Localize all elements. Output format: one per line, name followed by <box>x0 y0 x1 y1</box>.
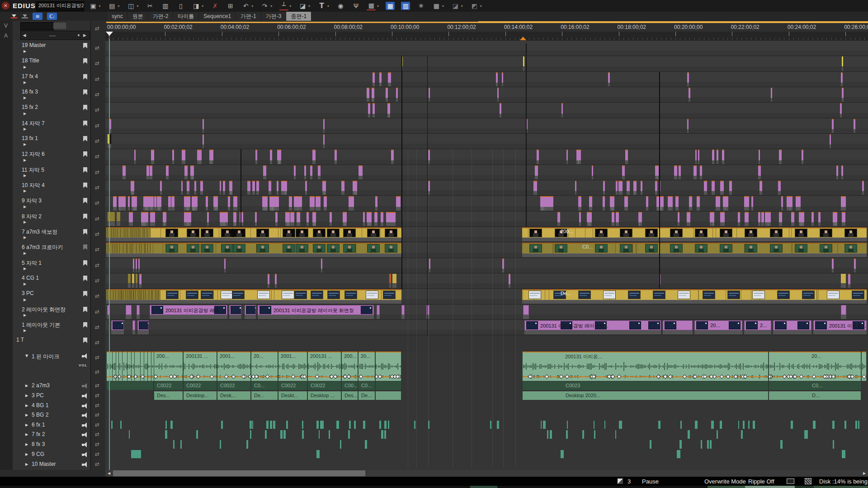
clip[interactable] <box>256 181 259 191</box>
track-mute-icon[interactable] <box>81 413 88 418</box>
clip[interactable] <box>367 212 371 222</box>
track-bookmark-icon[interactable] <box>83 58 87 64</box>
volume-keyframe-point[interactable] <box>530 375 533 378</box>
clip[interactable] <box>230 181 232 191</box>
clip[interactable] <box>228 196 230 207</box>
clip[interactable] <box>578 150 581 160</box>
clip[interactable] <box>680 421 682 429</box>
track-sync-lock-icon[interactable]: ⇄ <box>95 339 99 346</box>
track-bookmark-icon[interactable] <box>83 121 87 126</box>
clip[interactable] <box>220 181 221 191</box>
clip[interactable] <box>354 181 357 191</box>
shade-a-icon-caret[interactable]: ▼ <box>460 5 463 8</box>
clip[interactable] <box>526 119 528 129</box>
clip[interactable] <box>381 430 383 439</box>
volume-keyframe-point[interactable] <box>829 375 832 378</box>
shade-b-icon[interactable]: ◩▼ <box>470 2 482 10</box>
clip[interactable] <box>712 181 715 191</box>
clip[interactable] <box>141 212 144 222</box>
clip[interactable] <box>318 165 321 176</box>
clip[interactable] <box>341 181 344 191</box>
volume-keyframe-point[interactable] <box>768 375 771 378</box>
audio-clip[interactable]: Desktop... <box>183 391 217 400</box>
volume-keyframe-point[interactable] <box>744 375 747 378</box>
track-expand-icon[interactable]: ▶ <box>24 158 26 162</box>
clip[interactable] <box>321 258 322 269</box>
volume-keyframe-point[interactable] <box>726 375 730 378</box>
layout-clip[interactable] <box>126 305 132 315</box>
clip[interactable] <box>722 150 724 160</box>
track-sync-lock-icon[interactable]: ⇄ <box>95 382 99 389</box>
clip[interactable] <box>252 181 255 191</box>
redo-icon[interactable]: ↷▼ <box>260 2 273 10</box>
track-sync-lock-icon[interactable]: ⇄ <box>95 402 99 408</box>
clip[interactable] <box>389 72 391 83</box>
volume-keyframe-point[interactable] <box>664 375 667 378</box>
clip[interactable] <box>184 212 188 222</box>
track-header-4-BG-1[interactable]: ▶4 BG 1 <box>13 401 90 411</box>
volume-keyframe-point[interactable] <box>330 375 333 378</box>
volume-keyframe-point[interactable] <box>266 375 269 378</box>
track-expand-icon[interactable]: ▶ <box>24 328 26 333</box>
clip[interactable] <box>187 212 189 222</box>
clip[interactable] <box>207 212 209 222</box>
track-expand-icon[interactable]: ▶ <box>24 235 26 239</box>
clip[interactable] <box>297 196 302 207</box>
clip[interactable] <box>133 196 137 207</box>
clip[interactable] <box>550 196 553 207</box>
clip[interactable] <box>138 258 140 269</box>
clip[interactable] <box>330 212 332 222</box>
audio-clip[interactable]: De... <box>251 391 278 400</box>
clip[interactable] <box>186 196 190 207</box>
sequence-tab-sync[interactable]: sync <box>107 12 128 21</box>
clip[interactable] <box>278 150 281 160</box>
open-project-icon[interactable]: ▤▼ <box>108 2 120 10</box>
clip[interactable] <box>716 196 720 207</box>
playhead-handle[interactable] <box>106 32 113 36</box>
clip[interactable] <box>343 212 347 222</box>
video-clip-band[interactable] <box>522 243 867 253</box>
clip[interactable] <box>132 181 134 191</box>
track-mute-icon[interactable] <box>81 394 88 398</box>
sequence-tab-가편-2[interactable]: 가편-2 <box>148 12 174 21</box>
volume-keyframe-point[interactable] <box>783 375 786 378</box>
clip[interactable] <box>234 212 236 222</box>
track-expand-icon[interactable]: ▶ <box>24 251 26 255</box>
clip[interactable] <box>184 150 185 160</box>
patch-scroll-right-icon[interactable]: ▶ <box>83 33 90 38</box>
clip[interactable] <box>858 421 859 429</box>
track-sync-lock-icon[interactable]: ⇄ <box>95 293 99 299</box>
clip[interactable] <box>290 212 294 222</box>
volume-keyframe-point[interactable] <box>127 375 131 378</box>
clip[interactable] <box>354 421 356 429</box>
clip[interactable] <box>277 150 280 160</box>
clip[interactable] <box>286 421 288 429</box>
clip[interactable] <box>388 103 390 114</box>
clip[interactable] <box>688 430 690 439</box>
clip[interactable] <box>541 196 546 207</box>
sequence-tab-Sequence1[interactable]: Sequence1 <box>199 12 236 21</box>
track-header-8-자막-2[interactable]: 8 자막 2▶ <box>13 211 90 227</box>
clip[interactable] <box>639 212 642 222</box>
clip[interactable] <box>275 274 277 284</box>
clip[interactable] <box>523 56 524 66</box>
clip[interactable] <box>720 212 725 222</box>
volume-keyframe-point[interactable] <box>744 375 747 378</box>
set-in-marker-icon[interactable] <box>11 14 17 19</box>
clip[interactable] <box>391 150 394 160</box>
volume-keyframe-point[interactable] <box>225 375 228 378</box>
clip[interactable] <box>701 440 702 449</box>
track-bookmark-icon[interactable] <box>83 74 87 80</box>
clip[interactable] <box>842 212 845 222</box>
clip[interactable] <box>428 421 429 429</box>
clip[interactable] <box>657 196 661 207</box>
marker-icon-caret[interactable]: ▼ <box>289 5 292 8</box>
volume-keyframe-point[interactable] <box>693 375 696 378</box>
volume-keyframe-point[interactable] <box>347 375 350 378</box>
volume-keyframe-point[interactable] <box>303 375 306 378</box>
clip[interactable] <box>759 150 760 160</box>
clip[interactable] <box>113 196 117 207</box>
track-header-5-BG-2[interactable]: ▶5 BG 2 <box>13 410 90 421</box>
audio-mixer-icon[interactable]: ▥ <box>401 2 410 10</box>
clip[interactable] <box>497 421 499 429</box>
